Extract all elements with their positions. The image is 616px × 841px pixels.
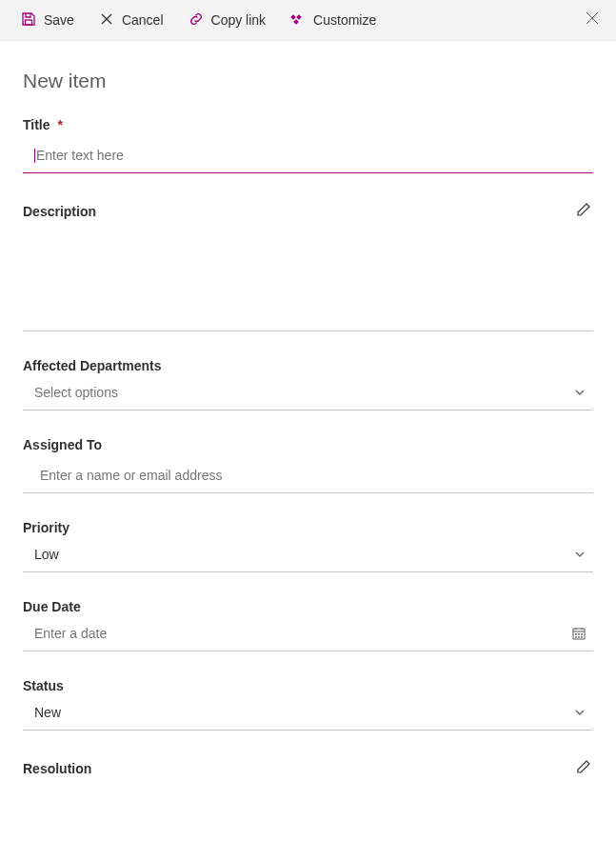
copy-link-label: Copy link bbox=[211, 12, 267, 28]
edit-resolution-button[interactable] bbox=[574, 757, 593, 779]
title-label: Title bbox=[23, 117, 50, 132]
customize-label: Customize bbox=[313, 12, 376, 28]
svg-point-5 bbox=[576, 634, 577, 635]
field-title: Title * Enter text here bbox=[23, 117, 593, 173]
svg-point-7 bbox=[582, 634, 583, 635]
copy-link-button[interactable]: Copy link bbox=[177, 6, 278, 35]
chevron-down-icon bbox=[574, 707, 593, 718]
pencil-icon bbox=[576, 762, 591, 777]
calendar-icon bbox=[572, 627, 593, 640]
priority-label: Priority bbox=[23, 520, 70, 535]
status-value: New bbox=[23, 703, 574, 722]
svg-rect-1 bbox=[290, 14, 296, 20]
chevron-down-icon bbox=[574, 549, 593, 560]
form-panel: New item Title * Enter text here Descrip… bbox=[0, 41, 616, 829]
save-icon bbox=[21, 11, 36, 30]
chevron-down-icon bbox=[574, 387, 593, 398]
required-star: * bbox=[57, 117, 62, 132]
svg-rect-2 bbox=[296, 14, 302, 20]
page-title: New item bbox=[23, 70, 593, 92]
close-button[interactable] bbox=[578, 4, 606, 36]
affected-departments-label: Affected Departments bbox=[23, 358, 161, 373]
status-label: Status bbox=[23, 678, 64, 693]
svg-point-6 bbox=[579, 634, 580, 635]
customize-button[interactable]: Customize bbox=[279, 6, 387, 35]
assigned-to-input[interactable] bbox=[23, 462, 593, 493]
pencil-icon bbox=[576, 205, 591, 220]
description-input[interactable] bbox=[23, 231, 593, 331]
save-label: Save bbox=[44, 12, 74, 28]
description-label: Description bbox=[23, 204, 96, 219]
svg-point-9 bbox=[579, 637, 580, 638]
svg-point-10 bbox=[582, 637, 583, 638]
assigned-to-label: Assigned To bbox=[23, 437, 102, 452]
affected-departments-value: Select options bbox=[23, 383, 574, 402]
svg-point-8 bbox=[576, 637, 577, 638]
priority-value: Low bbox=[23, 545, 574, 564]
close-icon bbox=[586, 11, 599, 29]
field-assigned-to: Assigned To bbox=[23, 437, 593, 493]
cancel-icon bbox=[99, 11, 114, 30]
affected-departments-select[interactable]: Select options bbox=[23, 383, 593, 410]
priority-select[interactable]: Low bbox=[23, 545, 593, 572]
svg-rect-0 bbox=[26, 20, 32, 25]
cancel-button[interactable]: Cancel bbox=[88, 6, 175, 35]
due-date-label: Due Date bbox=[23, 599, 81, 614]
field-due-date: Due Date Enter a date bbox=[23, 599, 593, 651]
field-resolution: Resolution bbox=[23, 757, 593, 779]
field-status: Status New bbox=[23, 678, 593, 731]
field-description: Description bbox=[23, 200, 593, 331]
toolbar: Save Cancel Copy link Customize bbox=[0, 0, 616, 41]
link-icon bbox=[189, 11, 204, 30]
customize-icon bbox=[290, 11, 306, 30]
field-affected-departments: Affected Departments Select options bbox=[23, 358, 593, 410]
resolution-label: Resolution bbox=[23, 761, 91, 776]
due-date-value: Enter a date bbox=[23, 624, 572, 643]
edit-description-button[interactable] bbox=[574, 200, 593, 222]
cancel-label: Cancel bbox=[122, 12, 164, 28]
field-priority: Priority Low bbox=[23, 520, 593, 572]
save-button[interactable]: Save bbox=[10, 6, 86, 35]
status-select[interactable]: New bbox=[23, 703, 593, 731]
title-input[interactable]: Enter text here bbox=[23, 142, 593, 173]
svg-rect-3 bbox=[293, 19, 299, 25]
due-date-input[interactable]: Enter a date bbox=[23, 624, 593, 651]
